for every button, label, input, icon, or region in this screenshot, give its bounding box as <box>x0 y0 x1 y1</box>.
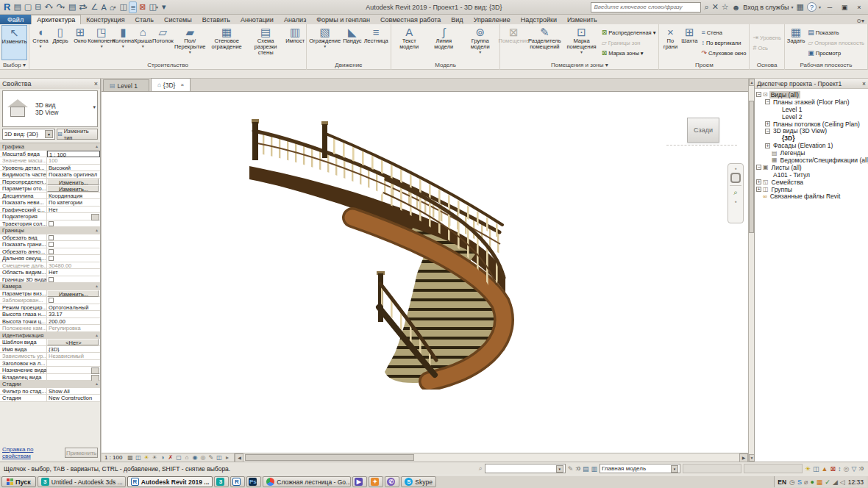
ribbon-small-button[interactable]: ⊠ Марка зоны ▾ <box>602 49 656 58</box>
clock[interactable]: 12:33 <box>848 478 864 486</box>
ribbon-button[interactable]: ◣ Пандус <box>342 25 363 60</box>
design-option-combo[interactable]: ▾ <box>485 464 566 473</box>
type-selector[interactable]: 3D вид 3D View ▾ <box>2 90 98 127</box>
view-tab[interactable]: ⌂ {3D} × <box>151 78 191 91</box>
ribbon-button[interactable]: A Текст модели <box>393 25 426 60</box>
tree-expand-icon[interactable]: + <box>765 121 770 126</box>
start-button[interactable]: Пуск <box>1 476 36 487</box>
checkbox[interactable] <box>49 249 54 254</box>
property-row[interactable]: Подкатегория <box>0 213 100 220</box>
staircase-3d-model[interactable] <box>243 110 516 390</box>
ribbon-button[interactable]: ▤ Схема разрезки стены <box>246 25 285 60</box>
ribbon-button[interactable]: ◖ Стена ▾ <box>31 25 50 60</box>
ribbon-tab[interactable]: Вставить <box>197 15 235 24</box>
view-control-icon[interactable]: ◫ <box>134 454 142 462</box>
tray-icon[interactable]: S <box>797 478 802 486</box>
qat-icon[interactable]: ↷▾ <box>55 1 66 13</box>
taskbar-button[interactable]: ▶ <box>352 476 367 487</box>
panel-label-rooms[interactable]: Помещения и зоны ▾ <box>500 61 658 70</box>
checkbox[interactable] <box>49 221 54 226</box>
navigation-bar[interactable]: ● ⌕ ● <box>728 163 744 223</box>
ribbon-button[interactable]: ≡ Лестница <box>363 25 389 60</box>
tray-icon[interactable]: ▦ <box>817 478 823 486</box>
ribbon-button[interactable]: ▱ Потолок <box>153 25 172 60</box>
property-row[interactable]: Стадия New Construction <box>0 395 100 402</box>
tree-expand-icon[interactable]: + <box>765 143 770 148</box>
ribbon-tab[interactable]: Совместная работа <box>375 15 446 24</box>
element-selector-combo[interactable]: 3D вид: {3D} ▾ <box>2 129 55 140</box>
drawing-viewport[interactable]: Сзади ● ⌕ ● <box>102 92 748 453</box>
scroll-right-icon[interactable]: ▶ <box>739 453 748 462</box>
tree-expand-icon[interactable]: − <box>765 129 770 134</box>
properties-help-link[interactable]: Справка по свойствам <box>2 446 62 459</box>
qat-icon[interactable]: ▾ <box>160 1 167 13</box>
vertical-scrollbar[interactable]: ▲ ▼ <box>748 79 754 462</box>
view-control-icon[interactable]: ▩ <box>126 454 134 462</box>
ribbon-button[interactable]: ✎ Разделитель помещений <box>525 25 563 60</box>
tree-item[interactable]: ▦ Ведомости/Спецификации (all) <box>756 157 868 164</box>
file-tab[interactable]: Файл <box>0 15 31 24</box>
tray-icon[interactable]: ◷ <box>789 478 795 486</box>
sign-in-link[interactable]: Вход в службы <box>743 4 789 11</box>
taskbar-button[interactable]: ✦ <box>369 476 383 487</box>
taskbar-button[interactable]: Ps <box>246 476 261 487</box>
search-input[interactable] <box>591 2 701 12</box>
combo-arrow-icon[interactable]: ▾ <box>45 130 53 138</box>
ribbon-tab[interactable]: Архитектура <box>31 15 81 24</box>
tree-expand-icon[interactable] <box>774 136 779 141</box>
tree-item[interactable]: {3D} <box>756 134 868 142</box>
property-row[interactable]: Высота точки ц... 200.00 <box>0 318 100 326</box>
ribbon-display-toggle-icon[interactable]: ⊙▾ <box>856 18 868 24</box>
binoculars-icon[interactable]: ⌕ <box>479 464 483 473</box>
view-tab-close-icon[interactable]: × <box>180 82 184 88</box>
property-row[interactable]: Уровень детал... Высокий <box>0 165 100 172</box>
checkbox[interactable] <box>49 235 54 240</box>
property-row[interactable]: Заголовок на л... <box>0 360 100 367</box>
ribbon-tab[interactable]: Формы и генплан <box>311 15 375 24</box>
tree-expand-icon[interactable] <box>756 194 761 199</box>
view-tab[interactable]: ▤ Level 1 <box>103 79 149 91</box>
minimize-button[interactable]: ─ <box>824 2 836 12</box>
active-workset-combo[interactable]: Главная модель▾ <box>600 464 680 473</box>
ribbon-tab[interactable]: Системы <box>159 15 197 24</box>
tree-item[interactable]: ∞ Связанные файлы Revit <box>756 193 868 200</box>
qat-icon[interactable]: ∠ <box>90 1 99 13</box>
tree-item[interactable]: − ▣ Листы (all) <box>756 164 868 171</box>
combo-arrow-icon[interactable]: ▾ <box>556 465 563 473</box>
qat-icon[interactable]: ▤ <box>67 1 77 13</box>
design-options-icon[interactable]: ▥ <box>591 465 597 473</box>
ribbon-button[interactable]: ⊞ Окно <box>71 25 90 60</box>
view-control-icon[interactable]: ☀ <box>142 454 150 462</box>
qat-icon[interactable]: ⇄▾ <box>77 1 88 13</box>
view-control-icon[interactable]: ◎ <box>199 454 207 462</box>
ribbon-button[interactable]: ▥ Импост <box>285 25 305 60</box>
property-row[interactable]: Камера <box>0 283 100 290</box>
status-icon[interactable]: ▲ <box>822 465 828 473</box>
ribbon-small-button[interactable]: ▤ Показать <box>808 28 864 37</box>
qat-icon[interactable]: ◫▾ <box>147 1 159 13</box>
property-row[interactable]: Высота глаза н... 33.17 <box>0 311 100 318</box>
view-control-icon[interactable]: ▸ <box>223 454 231 462</box>
property-row[interactable]: Зависимость ур... Независимый <box>0 353 100 360</box>
tree-expand-icon[interactable]: − <box>756 92 761 97</box>
ribbon-small-button[interactable]: ▱ Границы зон <box>602 38 656 48</box>
property-row[interactable]: Идентификация <box>0 332 100 340</box>
scrollbar-thumb[interactable] <box>245 454 414 461</box>
modify-button[interactable]: ↖ Изменить <box>1 25 27 60</box>
help-arrow-icon[interactable]: ▾ <box>819 4 821 10</box>
tree-expand-icon[interactable] <box>774 114 779 119</box>
checkbox[interactable] <box>49 242 54 247</box>
tree-expand-icon[interactable] <box>765 157 770 162</box>
view-control-icon[interactable]: ☀ <box>150 454 158 462</box>
horizontal-scrollbar[interactable]: ◀ ▶ <box>234 453 748 462</box>
ribbon-tab[interactable]: Анализ <box>279 15 311 24</box>
property-row[interactable]: Параметры виз... Изменить... <box>0 290 100 298</box>
property-row[interactable]: Параметры ото... Изменить... <box>0 185 100 193</box>
qat-icon[interactable]: ▢ <box>23 1 32 13</box>
tree-item[interactable]: A101 - Титул <box>756 171 868 179</box>
ribbon-small-button[interactable]: ⊠ Распределенная ▾ <box>602 28 656 37</box>
checkbox[interactable] <box>49 256 54 261</box>
ribbon-button[interactable]: ▦ Стеновое ограждение <box>207 25 246 60</box>
help-icon[interactable]: ? <box>807 2 817 12</box>
type-selector-arrow-icon[interactable]: ▾ <box>93 104 96 110</box>
